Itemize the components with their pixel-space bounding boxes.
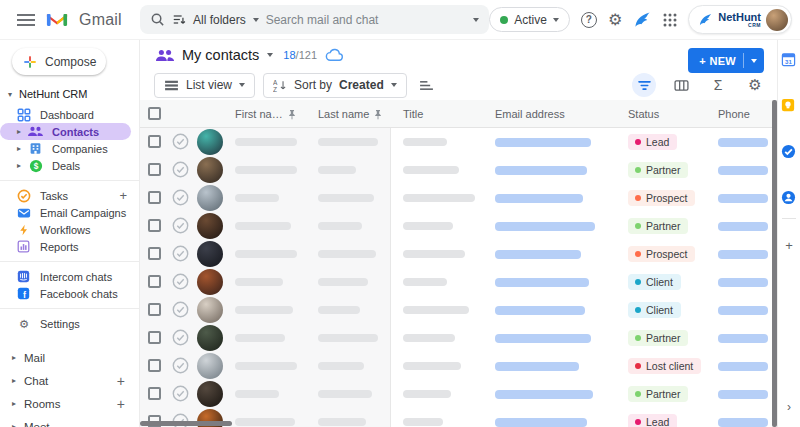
expand-caret-icon[interactable]: ▸: [12, 376, 21, 385]
gtasks-icon[interactable]: [781, 144, 797, 160]
hamburger-menu-icon[interactable]: [17, 13, 35, 27]
sidebar-item-settings[interactable]: ⚙Settings: [0, 315, 139, 332]
table-row[interactable]: Prospect: [140, 184, 777, 212]
sidebar-item-contacts[interactable]: ▸Contacts: [0, 123, 131, 140]
search-bar[interactable]: All folders: [140, 5, 489, 34]
contact-avatar[interactable]: [197, 129, 223, 155]
column-header-title[interactable]: Title: [403, 108, 423, 120]
row-select-check-icon[interactable]: [172, 273, 189, 290]
pin-icon[interactable]: [288, 109, 296, 120]
row-checkbox[interactable]: [148, 219, 161, 232]
view-mode-button[interactable]: List view: [154, 73, 255, 98]
expand-caret-icon[interactable]: ▸: [12, 353, 21, 362]
add-tasks-button[interactable]: +: [119, 188, 127, 203]
search-options-caret-icon[interactable]: [473, 18, 479, 22]
settings-gear-icon[interactable]: ⚙: [608, 12, 622, 28]
sidebar-item-workflows[interactable]: Workflows: [0, 221, 139, 238]
contact-avatar[interactable]: [197, 297, 223, 323]
column-header-status[interactable]: Status: [628, 108, 659, 120]
expand-caret-icon[interactable]: ▸: [12, 422, 21, 427]
folders-filter-icon[interactable]: [172, 13, 186, 26]
contact-avatar[interactable]: [197, 185, 223, 211]
table-row[interactable]: Lead: [140, 128, 777, 156]
row-select-check-icon[interactable]: [172, 385, 189, 402]
contact-avatar[interactable]: [197, 381, 223, 407]
add-rooms-button[interactable]: +: [117, 396, 125, 412]
sidebar-item-deals[interactable]: ▸$Deals: [0, 157, 139, 174]
help-icon[interactable]: ?: [581, 12, 597, 28]
column-header-first-na-[interactable]: First na…: [235, 108, 296, 120]
sidebar-item-intercom-chats[interactable]: Intercom chats: [0, 268, 139, 285]
sidebar-item-email-campaigns[interactable]: Email Campaigns: [0, 204, 139, 221]
sort-button[interactable]: AZ Sort by Created: [263, 73, 407, 98]
nethunt-logo-icon[interactable]: [633, 10, 652, 29]
sidebar-item-dashboard[interactable]: Dashboard: [0, 106, 139, 123]
sidebar-item-companies[interactable]: ▸Companies: [0, 140, 139, 157]
add-chat-button[interactable]: +: [117, 373, 125, 389]
row-checkbox[interactable]: [148, 163, 161, 176]
get-addons-button[interactable]: +: [778, 238, 800, 253]
search-scope-label[interactable]: All folders: [193, 13, 246, 27]
table-row[interactable]: Client: [140, 296, 777, 324]
contact-avatar[interactable]: [197, 353, 223, 379]
compose-button[interactable]: Compose: [12, 48, 106, 75]
table-row[interactable]: Partner: [140, 212, 777, 240]
row-select-check-icon[interactable]: [172, 133, 189, 150]
contact-avatar[interactable]: [197, 157, 223, 183]
calendar-icon[interactable]: 31: [781, 52, 797, 68]
cloud-sync-icon[interactable]: [325, 48, 344, 62]
sidebar-item-tasks[interactable]: Tasks+: [0, 187, 139, 204]
select-all-checkbox[interactable]: [148, 107, 161, 120]
sidebar-item-meet[interactable]: ▸Meet: [0, 415, 139, 427]
row-checkbox[interactable]: [148, 359, 161, 372]
search-input[interactable]: [266, 13, 467, 27]
expand-caret-icon[interactable]: ▸: [14, 144, 24, 153]
table-row[interactable]: Partner: [140, 156, 777, 184]
table-row[interactable]: Prospect: [140, 240, 777, 268]
formula-button[interactable]: Σ: [706, 73, 730, 97]
status-badge[interactable]: Prospect: [628, 190, 695, 206]
keep-icon[interactable]: [781, 98, 797, 114]
row-checkbox[interactable]: [148, 331, 161, 344]
sidebar-item-rooms[interactable]: ▸Rooms+: [0, 392, 139, 415]
vertical-scrollbar[interactable]: [772, 100, 777, 427]
expand-caret-icon[interactable]: ▸: [14, 127, 24, 136]
availability-status-button[interactable]: Active: [489, 7, 570, 32]
row-select-check-icon[interactable]: [172, 217, 189, 234]
table-row[interactable]: Partner: [140, 380, 777, 408]
sidebar-item-mail[interactable]: ▸Mail: [0, 346, 139, 369]
row-select-check-icon[interactable]: [172, 161, 189, 178]
row-select-check-icon[interactable]: [172, 329, 189, 346]
row-checkbox[interactable]: [148, 275, 161, 288]
row-checkbox[interactable]: [148, 191, 161, 204]
status-badge[interactable]: Lost client: [628, 358, 701, 374]
column-header-last-name[interactable]: Last name: [318, 108, 382, 120]
status-badge[interactable]: Client: [628, 302, 681, 318]
google-apps-grid-icon[interactable]: [663, 13, 677, 27]
status-badge[interactable]: Lead: [628, 134, 677, 150]
contact-avatar[interactable]: [197, 241, 223, 267]
column-header-phone[interactable]: Phone: [718, 108, 750, 120]
status-badge[interactable]: Prospect: [628, 246, 695, 262]
expand-caret-icon[interactable]: ▸: [12, 399, 21, 408]
horizontal-scrollbar[interactable]: [140, 421, 232, 426]
sort-direction-button[interactable]: [415, 73, 439, 97]
table-row[interactable]: Lead: [140, 408, 777, 427]
status-badge[interactable]: Client: [628, 274, 681, 290]
row-select-check-icon[interactable]: [172, 357, 189, 374]
status-badge[interactable]: Lead: [628, 414, 677, 427]
search-icon[interactable]: [150, 12, 165, 27]
sidebar-item-chat[interactable]: ▸Chat+: [0, 369, 139, 392]
status-badge[interactable]: Partner: [628, 330, 688, 346]
column-header-email-address[interactable]: Email address: [495, 108, 565, 120]
gmail-logo-icon[interactable]: [46, 11, 68, 28]
row-select-check-icon[interactable]: [172, 245, 189, 262]
new-button-caret-icon[interactable]: [751, 59, 757, 63]
row-select-check-icon[interactable]: [172, 301, 189, 318]
collapse-panel-icon[interactable]: ›: [778, 400, 800, 414]
manage-columns-button[interactable]: [669, 73, 693, 97]
status-badge[interactable]: Partner: [628, 218, 688, 234]
contact-avatar[interactable]: [197, 213, 223, 239]
table-row[interactable]: Client: [140, 268, 777, 296]
pin-icon[interactable]: [374, 109, 382, 120]
